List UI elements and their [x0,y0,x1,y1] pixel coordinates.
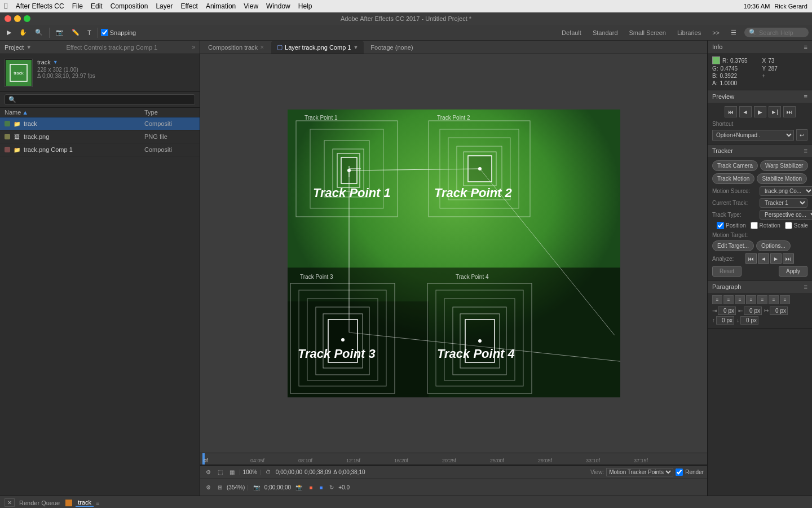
vc-settings-btn[interactable]: ⚙ [204,468,213,476]
tl-menu-icon[interactable]: ≡ [96,500,99,506]
vc-render-check[interactable] [676,468,683,476]
vc-roi-btn[interactable]: ⬚ [215,468,225,476]
comp-tab-footage[interactable]: Footage (none) [365,41,418,54]
tc-grid[interactable]: ⊞ [215,483,224,492]
align-full[interactable]: ≡ [780,295,790,304]
effect-controls-label[interactable]: Effect Controls track.png Comp 1 [66,44,157,51]
menu-window[interactable]: Window [266,2,290,10]
warp-stabilizer-btn[interactable]: Warp Stabilizer [760,160,808,171]
preview-header[interactable]: Preview ≡ [708,90,812,103]
current-track-select[interactable]: Tracker 1 [760,198,807,208]
vc-time-btn[interactable]: ⏱ [263,468,273,476]
align-right[interactable]: ≡ [735,295,745,304]
menu-edit[interactable]: Edit [91,2,103,10]
align-left[interactable]: ≡ [712,295,722,304]
track-type-select[interactable]: Perspective co... [760,210,812,220]
panels-toggle[interactable]: ☰ [727,27,740,39]
indent-right-input[interactable] [744,306,762,315]
zoom-tool[interactable]: 🔍 [32,27,46,39]
align-center[interactable]: ≡ [723,295,734,304]
file-item-comp1[interactable]: 📁 track.png Comp 1 Compositi [0,143,200,156]
tc-color2[interactable]: ■ [317,483,325,492]
tl-tab-track[interactable]: track [76,499,94,507]
panel-expand[interactable]: » [192,44,195,50]
close-btn[interactable] [5,15,11,22]
menu-animation[interactable]: Animation [206,2,236,10]
comp-tab-layer[interactable]: ▢ Layer track.png Comp 1 ▼ [271,41,364,54]
comp-tab-layer-btn[interactable]: ▼ [353,45,358,50]
menu-layer[interactable]: Layer [156,2,173,10]
comp-tab-composition[interactable]: Composition track ✕ [202,41,270,54]
tc-color[interactable]: ■ [307,483,315,492]
comp-tab-close[interactable]: ✕ [260,45,264,50]
analyze-last[interactable]: ⏭ [783,253,794,264]
space-after-input[interactable] [740,316,758,325]
paragraph-menu-icon[interactable]: ≡ [804,283,807,290]
tc-camera[interactable]: 📷 [251,483,262,492]
workspace-expand[interactable]: >> [709,28,723,37]
apple-icon[interactable]:  [5,1,8,11]
shortcut-select[interactable]: Option+Numpad . [712,130,794,141]
project-tab[interactable]: Project [5,44,24,51]
indent-left-input[interactable] [718,306,736,315]
menu-after-effects[interactable]: After Effects CC [16,2,64,10]
preview-last[interactable]: ⏭ [783,106,796,117]
preview-next[interactable]: ►| [769,106,781,117]
workspace-libraries[interactable]: Libraries [674,28,704,37]
pen-tool[interactable]: ✏️ [68,27,83,39]
tc-refresh[interactable]: ↻ [327,483,336,492]
search-input[interactable] [759,29,804,36]
edit-target-btn[interactable]: Edit Target... [712,240,754,251]
tracker-header[interactable]: Tracker ≡ [708,144,812,157]
vc-view-select[interactable]: Motion Tracker Points [606,468,673,476]
tracker-menu-icon[interactable]: ≡ [804,147,807,154]
col-name-header[interactable]: Name ▲ [5,109,142,116]
menu-file[interactable]: File [72,2,83,10]
snapping-check[interactable]: Snapping [101,29,136,36]
analyze-prev[interactable]: ◄ [758,253,769,264]
workspace-small-screen[interactable]: Small Screen [626,28,669,37]
text-tool[interactable]: T [84,27,95,39]
indent-first-input[interactable] [770,306,788,315]
info-header[interactable]: Info ≡ [708,41,812,53]
align-justify[interactable]: ≡ [746,295,756,304]
maximize-btn[interactable] [24,15,30,22]
align-justify3[interactable]: ≡ [769,295,779,304]
paragraph-header[interactable]: Paragraph ≡ [708,281,812,293]
file-item-track[interactable]: 📁 track Compositi [0,117,200,130]
analyze-next[interactable]: ► [770,253,782,264]
track-camera-btn[interactable]: Track Camera [712,160,758,171]
info-menu-icon[interactable]: ≡ [804,43,807,50]
preview-menu-icon[interactable]: ≡ [804,93,807,100]
motion-source-select[interactable]: track.png Co... [760,186,812,196]
selection-tool[interactable]: ▶ [3,27,15,39]
col-type-header[interactable]: Type [144,109,195,116]
project-search-input[interactable] [16,97,191,103]
menu-help[interactable]: Help [298,2,312,10]
vc-transparency-btn[interactable]: ▦ [227,468,237,476]
minimize-btn[interactable] [14,15,21,22]
apply-btn[interactable]: Apply [779,266,807,277]
file-item-trackpng[interactable]: 🖼 track.png PNG file [0,130,200,143]
hand-tool[interactable]: ✋ [16,27,30,39]
camera-tool[interactable]: 📷 [52,27,67,39]
shortcut-reset[interactable]: ↩ [796,129,807,141]
reset-btn[interactable]: Reset [712,266,742,277]
workspace-default[interactable]: Default [558,28,585,37]
menu-composition[interactable]: Composition [111,2,148,10]
preview-play[interactable]: ▶ [754,106,766,117]
align-justify2[interactable]: ≡ [757,295,767,304]
tc-settings[interactable]: ⚙ [204,483,213,492]
render-queue-close[interactable]: ✕ [5,498,15,507]
analyze-first[interactable]: ⏮ [745,253,757,264]
tl-tab-render[interactable]: Render Queue [17,500,62,506]
preview-prev[interactable]: ◄ [739,106,752,117]
track-motion-btn[interactable]: Track Motion [712,173,754,184]
scale-checkbox[interactable] [785,222,792,229]
workspace-standard[interactable]: Standard [589,28,621,37]
tc-snapshot[interactable]: 📸 [293,483,304,492]
rotation-checkbox[interactable] [751,222,758,229]
options-btn[interactable]: Options... [756,240,791,251]
menu-view[interactable]: View [244,2,258,10]
preview-first[interactable]: ⏮ [725,106,737,117]
